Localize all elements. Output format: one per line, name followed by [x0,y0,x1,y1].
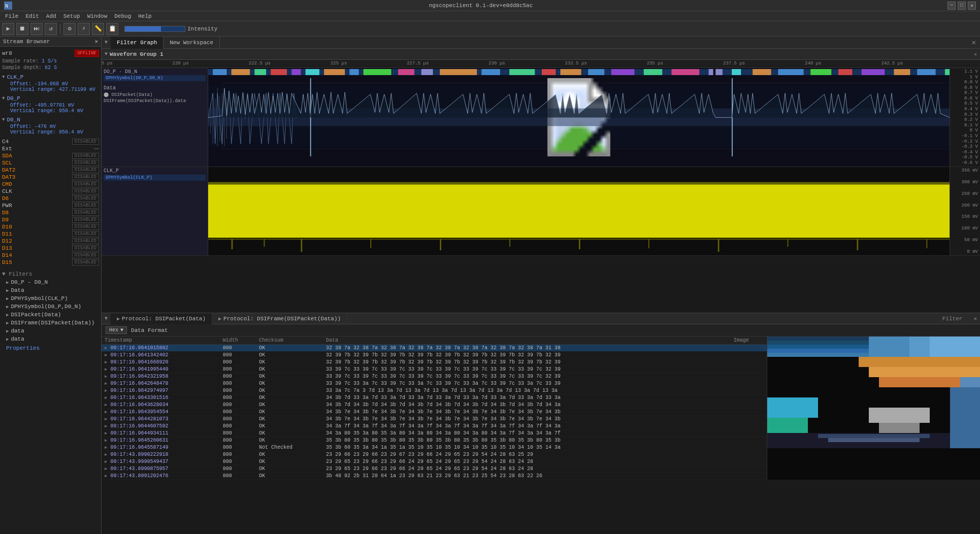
menu-add[interactable]: Add [43,11,59,21]
proto-tab-dsiframe[interactable]: ▶ Protocol: DSIFrame(DSIPacket(Data)) [212,313,347,324]
row-expand-icon[interactable]: ▶ [105,353,107,358]
row-expand-icon[interactable]: ▶ [105,403,107,408]
menu-file[interactable]: File [2,11,21,21]
channel-d0n-header[interactable]: ▼ D0_N [2,116,99,124]
table-scroll[interactable]: Timestamp Width Checksum Data Image ▶ 09… [102,337,767,480]
sample-depth-value[interactable]: 62 S [45,65,57,71]
protocol-filter: Filter [942,316,967,322]
intensity-bar[interactable] [124,26,185,32]
step-button[interactable]: ⏭ [30,23,43,35]
filter-data3[interactable]: ▶ data [2,335,99,343]
trigger-button[interactable]: ⚡ [78,23,90,35]
proto-tab-dsipacket[interactable]: ▶ Protocol: DSIPacket(Data) [111,313,212,324]
signal-wave-d0[interactable] [208,68,950,166]
tab-filter-graph[interactable]: Filter Graph [111,37,164,49]
row-expand-icon[interactable]: ▶ [105,424,107,429]
table-row[interactable]: ▶ 09:17:16.9643954554800OK34 3b 7e 34 3b… [102,409,767,416]
row-expand-icon[interactable]: ▶ [105,367,107,372]
table-row[interactable]: ▶ 09:17:16.9641995440800OK33 39 7c 33 39… [102,366,767,373]
hex-format-button[interactable]: Hex ▼ [106,326,127,334]
signal-label-d0: DO_P · D0_N DPHYSymbol(D0_P,D0_N) Data ⬤… [102,68,208,166]
filter-data2[interactable]: ▶ data [2,327,99,335]
stream-browser-close[interactable]: ✕ [94,38,98,45]
filter-dsiframe[interactable]: ▶ DSIFrame(DSIPacket(Data)) [2,319,99,327]
row-expand-icon[interactable]: ▶ [105,438,107,443]
device-name: wr8 [2,50,12,56]
row-data: 33 39 7c 33 39 7c 33 39 7c 33 39 7c 33 3… [323,366,731,373]
filter-dsipacket-label: DSIPacket(Data) [11,312,61,318]
disabled-d9-badge: DISABLED [72,217,99,223]
menu-setup[interactable]: Setup [60,11,83,21]
measure-button[interactable]: 📏 [92,23,104,35]
table-row[interactable]: ▶ 09:17:43.9990549437800OK23 29 65 23 29… [102,458,767,465]
row-data: 32 39 7b 32 39 7b 32 39 7b 32 39 7b 32 3… [323,359,731,366]
settings-button[interactable]: ⚙ [63,23,76,35]
menu-edit[interactable]: Edit [22,11,42,21]
sample-rate-value[interactable]: 1 S/s [42,58,57,64]
svg-rect-28 [778,69,803,75]
table-row[interactable]: ▶ 09:17:16.9644281073800OK34 3b 7e 34 3b… [102,416,767,423]
filter-d0p-d0n[interactable]: ▶ D0_P - D0_N [2,278,99,286]
waveform-close-btn[interactable]: ✕ [974,51,977,57]
menu-help[interactable]: Help [135,11,154,21]
filter-dphy-d0[interactable]: ▶ DPHYSymbol(D0_P,D0_N) [2,303,99,311]
table-row[interactable]: ▶ 09:17:16.9643301516800OK34 3b 7d 33 3a… [102,394,767,402]
row-expand-icon[interactable]: ▶ [105,474,107,479]
table-row[interactable]: ▶ 09:17:43.8991202476800OK3b 48 92 2b 31… [102,473,767,480]
properties-link[interactable]: Properties [2,343,99,353]
menu-debug[interactable]: Debug [111,11,134,21]
protocol-button[interactable]: 📋 [106,23,118,35]
table-row[interactable]: ▶ 09:17:16.9644607592800OK34 3a 7f 34 3a… [102,423,767,430]
row-expand-icon[interactable]: ▶ [105,466,107,472]
svg-rect-6 [254,69,266,75]
image-preview-panel [767,337,980,480]
refresh-button[interactable]: ↺ [45,23,57,35]
svg-rect-61 [648,239,649,248]
table-row[interactable]: ▶ 09:17:16.9641342402800OK32 39 7b 32 39… [102,352,767,359]
table-row[interactable]: ▶ 09:17:43.8990875957800OK23 29 65 23 29… [102,465,767,473]
minimize-button[interactable]: ─ [948,2,956,10]
table-row[interactable]: ▶ 09:17:43.8990222918800OK23 29 66 23 29… [102,451,767,458]
row-expand-icon[interactable]: ▶ [105,459,107,464]
row-expand-icon[interactable]: ▶ [105,346,107,351]
close-button[interactable]: ✕ [968,2,976,10]
stop-button[interactable]: ⏹ [16,23,28,35]
filters-header[interactable]: ▼ Filters [2,270,99,278]
maximize-button[interactable]: □ [958,2,966,10]
tab-new-workspace[interactable]: New Workspace [164,37,220,49]
table-row[interactable]: ▶ 09:17:16.9645587149800Not Checked35 3b… [102,444,767,451]
waveform-group-expand-arrow[interactable]: ▼ [105,51,108,57]
disabled-dat2-name: DAT2 [2,167,15,173]
filter-data[interactable]: ▶ Data [2,286,99,294]
row-expand-icon[interactable]: ▶ [105,374,107,379]
filter-dphy-clk[interactable]: ▶ DPHYSymbol(CLK_P) [2,294,99,303]
table-row[interactable]: ▶ 09:17:16.9645260631800OK35 3b 80 35 3b… [102,437,767,444]
table-row[interactable]: ▶ 09:17:16.9642648478800OK33 39 7c 33 3a… [102,380,767,387]
table-row[interactable]: ▶ 09:17:16.9641668920800OK32 39 7b 32 39… [102,359,767,366]
filter-dsipacket[interactable]: ▶ DSIPacket(Data) [2,311,99,319]
close-panel-button[interactable]: ✕ [968,37,980,49]
row-expand-icon[interactable]: ▶ [105,388,107,393]
protocol-close-btn[interactable]: ✕ [970,315,980,322]
table-row[interactable]: ▶ 09:17:16.9644934111800OK34 3a 80 35 3a… [102,430,767,437]
row-expand-icon[interactable]: ▶ [105,360,107,365]
svg-rect-5 [232,69,250,75]
row-expand-icon[interactable]: ▶ [105,431,107,436]
signal-wave-clkp[interactable] [208,167,950,255]
row-expand-icon[interactable]: ▶ [105,381,107,386]
channel-clkp-header[interactable]: ▼ CLK_P [2,73,99,81]
dsiframe-label: DSIFrame(DSIPacket(Data)).data [104,98,206,104]
table-row[interactable]: ▶ 09:17:16.9642974997800OK33 3a 7c 7a 3 … [102,387,767,394]
row-expand-icon[interactable]: ▶ [105,395,107,400]
waveform-group-title: Waveform Group 1 [110,51,164,57]
table-row[interactable]: ▶ 09:17:16.9642321958800OK33 39 7c 33 39… [102,373,767,380]
row-expand-icon[interactable]: ▶ [105,445,107,450]
menu-window[interactable]: Window [84,11,111,21]
row-expand-icon[interactable]: ▶ [105,410,107,415]
table-row[interactable]: ▶ 09:17:16.9641015802800OK32 38 7a 32 38… [102,345,767,352]
row-expand-icon[interactable]: ▶ [105,452,107,457]
table-row[interactable]: ▶ 09:17:16.9643628034800OK34 3b 7d 34 3b… [102,402,767,409]
channel-d0p-header[interactable]: ▼ D0_P [2,94,99,103]
play-button[interactable]: ▶ [2,23,14,35]
row-expand-icon[interactable]: ▶ [105,417,107,422]
